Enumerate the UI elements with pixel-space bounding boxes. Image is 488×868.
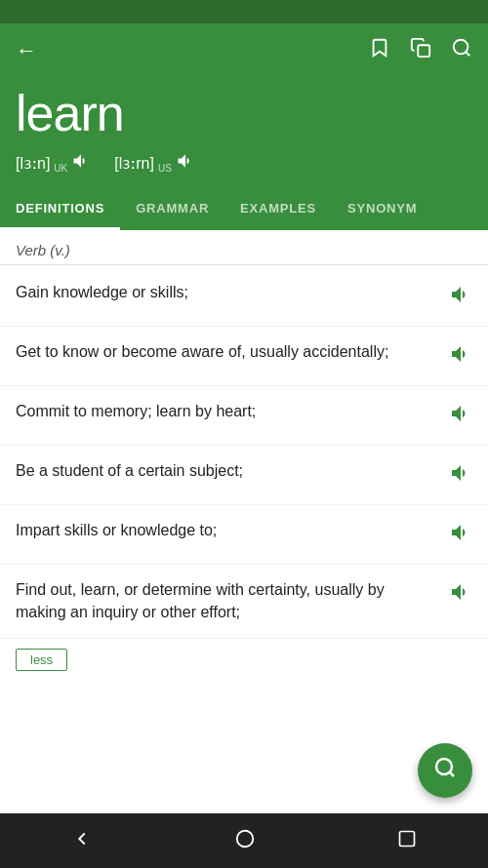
- nav-back-button[interactable]: [71, 828, 93, 854]
- copy-icon[interactable]: [410, 37, 431, 64]
- svg-point-3: [436, 759, 452, 774]
- content-area: Verb (v.) Gain knowledge or skills; Get …: [0, 230, 488, 813]
- sound-uk-button[interactable]: [71, 151, 91, 176]
- svg-rect-6: [400, 831, 415, 846]
- definition-text-0: Gain knowledge or skills;: [16, 281, 449, 303]
- tabs: DEFINITIONS GRAMMAR EXAMPLES SYNONYM: [0, 189, 488, 230]
- sound-def-3[interactable]: [449, 461, 472, 491]
- bottom-nav: [0, 813, 488, 868]
- definition-text-2: Commit to memory; learn by heart;: [16, 400, 449, 422]
- bookmark-icon[interactable]: [369, 37, 390, 64]
- definition-row-0: Gain knowledge or skills;: [0, 267, 488, 327]
- definition-row-4: Impart skills or knowledge to;: [0, 505, 488, 565]
- pronunciation-us-text: [lɜːrn]: [114, 154, 154, 173]
- definition-row-3: Be a student of a certain subject;: [0, 446, 488, 505]
- status-bar: [0, 0, 488, 23]
- nav-home-button[interactable]: [234, 828, 256, 854]
- search-icon[interactable]: [451, 37, 472, 64]
- pronunciation-uk: [lɜːn] UK: [16, 151, 91, 176]
- definition-text-3: Be a student of a certain subject;: [16, 459, 449, 482]
- pronunciation-row: [lɜːn] UK [lɜːrn] US: [16, 141, 472, 189]
- less-row: less: [0, 639, 488, 687]
- svg-point-5: [237, 830, 254, 847]
- fab-search-icon: [433, 756, 457, 785]
- part-of-speech: Verb (v.): [0, 230, 488, 265]
- definition-row-2: Commit to memory; learn by heart;: [0, 386, 488, 446]
- svg-point-1: [454, 40, 468, 55]
- svg-rect-0: [418, 45, 429, 57]
- pronunciation-us: [lɜːrn] US: [114, 151, 195, 176]
- pronunciation-uk-text: [lɜːn]: [16, 154, 50, 173]
- pronunciation-us-locale: US: [158, 163, 172, 174]
- svg-line-2: [466, 52, 469, 56]
- nav-recent-button[interactable]: [397, 829, 417, 853]
- definition-text-4: Impart skills or knowledge to;: [16, 519, 449, 541]
- definition-row-5: Find out, learn, or determine with certa…: [0, 565, 488, 638]
- pronunciation-uk-locale: UK: [54, 163, 67, 174]
- word-title: learn: [16, 86, 472, 141]
- definition-text-1: Get to know or become aware of, usually …: [16, 340, 449, 363]
- tab-grammar[interactable]: GRAMMAR: [120, 189, 224, 230]
- less-button[interactable]: less: [16, 649, 67, 671]
- sound-us-button[interactable]: [176, 151, 195, 176]
- sound-def-2[interactable]: [449, 402, 472, 431]
- word-header: learn [lɜːn] UK [lɜːrn] US: [0, 78, 488, 189]
- sound-def-5[interactable]: [449, 580, 472, 610]
- definition-text-5: Find out, learn, or determine with certa…: [16, 578, 449, 623]
- svg-line-4: [450, 772, 454, 776]
- toolbar: ←: [0, 23, 488, 78]
- sound-def-4[interactable]: [449, 521, 472, 550]
- definition-row-1: Get to know or become aware of, usually …: [0, 327, 488, 386]
- search-fab[interactable]: [418, 743, 472, 798]
- sound-def-0[interactable]: [449, 283, 472, 312]
- tab-definitions[interactable]: DEFINITIONS: [0, 189, 120, 230]
- sound-def-1[interactable]: [449, 342, 472, 372]
- tab-synonyms[interactable]: SYNONYM: [332, 189, 432, 230]
- back-button[interactable]: ←: [16, 38, 37, 63]
- tab-examples[interactable]: EXAMPLES: [224, 189, 332, 230]
